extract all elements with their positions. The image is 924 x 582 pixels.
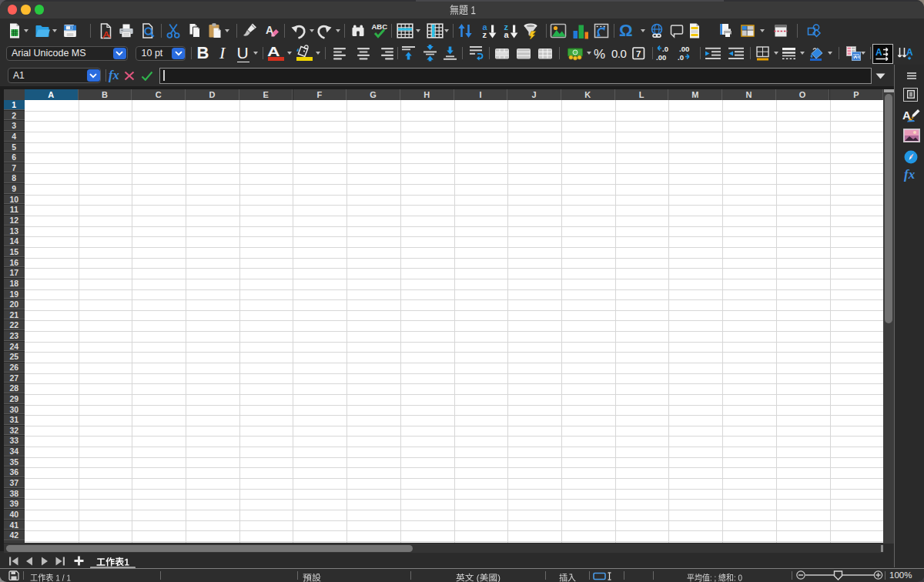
svg-text:.00: .00 — [679, 45, 689, 53]
svg-text:A: A — [906, 47, 913, 58]
svg-text:A: A — [875, 47, 882, 58]
svg-text:Ω: Ω — [619, 22, 633, 40]
svg-text:.0: .0 — [662, 45, 668, 53]
svg-text:ABC: ABC — [372, 22, 388, 31]
svg-text:.00: .00 — [656, 53, 666, 62]
svg-text:a: a — [504, 30, 509, 39]
svg-text:z: z — [482, 30, 487, 39]
svg-text:7: 7 — [636, 49, 641, 59]
svg-text:.0: .0 — [678, 53, 684, 62]
